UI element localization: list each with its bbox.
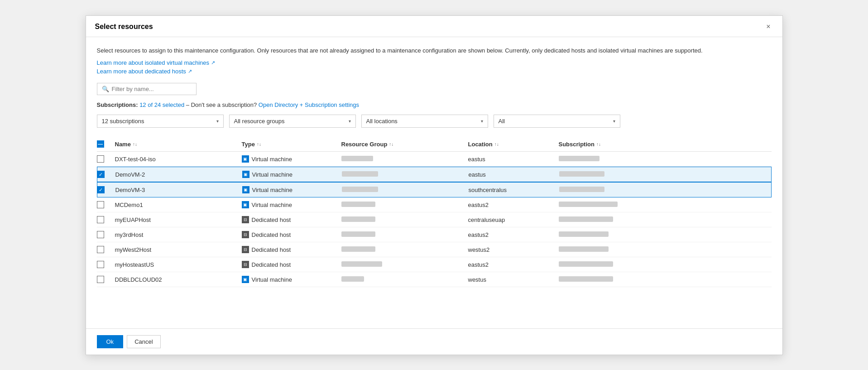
blurred-subscription	[559, 261, 613, 267]
host-icon: ⊟	[242, 261, 249, 268]
row-checkbox-cell	[97, 246, 115, 253]
blurred-subscription	[559, 276, 613, 282]
row-checkbox-6[interactable]	[97, 246, 104, 253]
resource-group-cell	[341, 261, 468, 268]
subscription-cell	[559, 276, 772, 283]
sort-icon-name[interactable]: ↑↓	[133, 142, 137, 147]
row-checkbox-cell: ✓	[97, 171, 115, 178]
isolated-vms-link[interactable]: Learn more about isolated virtual machin…	[97, 59, 772, 66]
subscription-column-header: Subscription ↑↓	[559, 140, 772, 148]
type-label: Dedicated host	[252, 216, 291, 223]
location-text: westus	[468, 276, 559, 283]
type-label: Virtual machine	[252, 187, 293, 193]
row-checkbox-3[interactable]	[97, 201, 104, 208]
row-checkbox-cell	[97, 231, 115, 238]
blurred-subscription	[559, 171, 604, 177]
table-row[interactable]: my3rdHost ⊟ Dedicated host eastus2	[97, 227, 772, 242]
resource-name: DemoVM-2	[115, 171, 242, 178]
blurred-resource-group	[341, 276, 364, 282]
subscriptions-dropdown-label: 12 subscriptions	[102, 118, 144, 125]
type-column-header: Type ↑↓	[242, 140, 341, 148]
table-row[interactable]: myEUAPHost ⊟ Dedicated host centraluseua…	[97, 212, 772, 227]
subscriptions-row: Subscriptions: 12 of 24 selected – Don't…	[97, 101, 772, 108]
subscription-cell	[559, 156, 772, 163]
resource-name: my3rdHost	[115, 231, 242, 238]
sort-icon-location[interactable]: ↑↓	[494, 142, 499, 147]
row-checkbox-1[interactable]: ✓	[97, 171, 105, 178]
vm-icon: ▣	[242, 201, 249, 208]
blurred-subscription	[559, 156, 599, 161]
blurred-subscription	[559, 187, 604, 192]
resource-type: ▣ Virtual machine	[242, 186, 342, 193]
table-row[interactable]: ✓ DemoVM-3 ▣ Virtual machine southcentra…	[97, 182, 772, 197]
row-checkbox-7[interactable]	[97, 261, 104, 268]
dialog-body: Select resources to assign to this maint…	[86, 37, 782, 328]
blurred-subscription	[559, 231, 609, 237]
subscriptions-selected[interactable]: 12 of 24 selected	[139, 101, 184, 108]
location-text: eastus	[468, 156, 559, 163]
cancel-button[interactable]: Cancel	[127, 335, 160, 348]
row-checkbox-cell	[97, 201, 115, 208]
select-all-checkbox[interactable]: —	[97, 140, 104, 148]
table-row[interactable]: DDBLDCLOUD02 ▣ Virtual machine westus	[97, 272, 772, 287]
type-dropdown[interactable]: All ▾	[494, 115, 620, 128]
subscription-cell	[559, 231, 772, 238]
host-icon: ⊟	[242, 246, 249, 253]
dropdowns-row: 12 subscriptions ▾ All resource groups ▾…	[97, 115, 772, 128]
type-label: Virtual machine	[252, 202, 292, 208]
resource-group-cell	[342, 187, 469, 193]
vm-icon: ▣	[242, 155, 249, 163]
sort-icon-subscription[interactable]: ↑↓	[596, 142, 601, 147]
row-checkbox-8[interactable]	[97, 276, 104, 283]
table-row[interactable]: DXT-test-04-iso ▣ Virtual machine eastus	[97, 152, 772, 167]
table-row[interactable]: myHosteastUS ⊟ Dedicated host eastus2	[97, 257, 772, 272]
row-checkbox-4[interactable]	[97, 216, 104, 223]
subscription-cell	[559, 187, 771, 193]
sort-icon-rg[interactable]: ↑↓	[389, 142, 393, 147]
table-row[interactable]: myWest2Host ⊟ Dedicated host westus2	[97, 242, 772, 257]
blurred-resource-group	[342, 187, 378, 192]
table-row[interactable]: ✓ DemoVM-2 ▣ Virtual machine eastus	[97, 167, 772, 182]
checkmark-icon: —	[98, 141, 103, 147]
host-icon: ⊟	[242, 231, 249, 238]
locations-dropdown-label: All locations	[366, 118, 398, 125]
row-checkbox-0[interactable]	[97, 155, 104, 163]
blurred-resource-group	[342, 171, 378, 177]
description-text: Select resources to assign to this maint…	[97, 46, 772, 55]
location-text: eastus	[469, 171, 559, 178]
resource-groups-dropdown[interactable]: All resource groups ▾	[229, 115, 356, 128]
filter-input[interactable]	[112, 86, 192, 92]
subscriptions-label: Subscriptions:	[97, 101, 138, 108]
search-icon: 🔍	[102, 86, 109, 92]
filter-row: 🔍	[97, 83, 772, 95]
resource-groups-dropdown-label: All resource groups	[234, 118, 285, 125]
type-label: Virtual machine	[252, 171, 293, 178]
resource-type: ⊟ Dedicated host	[242, 261, 341, 268]
resource-group-cell	[342, 171, 469, 178]
table-row[interactable]: MCDemo1 ▣ Virtual machine eastus2	[97, 197, 772, 212]
dedicated-hosts-link[interactable]: Learn more about dedicated hosts ↗	[97, 68, 772, 75]
resource-type: ▣ Virtual machine	[242, 171, 342, 178]
blurred-subscription	[559, 216, 613, 222]
help-links: Learn more about isolated virtual machin…	[97, 59, 772, 75]
checkmark-icon: ✓	[99, 187, 103, 193]
vm-icon: ▣	[242, 276, 249, 283]
resources-table: — Name ↑↓ Type ↑↓ Resource Group ↑↓ Loca…	[97, 137, 772, 287]
close-button[interactable]: ×	[763, 22, 773, 31]
locations-dropdown[interactable]: All locations ▾	[361, 115, 488, 128]
row-checkbox-2[interactable]: ✓	[97, 186, 105, 193]
row-checkbox-5[interactable]	[97, 231, 104, 238]
resource-name: myHosteastUS	[115, 261, 242, 268]
sort-icon-type[interactable]: ↑↓	[257, 142, 261, 147]
resource-type: ▣ Virtual machine	[242, 201, 341, 208]
open-directory-link[interactable]: Open Directory + Subscription settings	[259, 101, 359, 108]
blurred-subscription	[559, 202, 618, 207]
resource-group-cell	[341, 231, 468, 238]
resource-name: MCDemo1	[115, 202, 242, 208]
ok-button[interactable]: Ok	[97, 335, 124, 348]
filter-input-wrapper[interactable]: 🔍	[97, 83, 197, 95]
blurred-resource-group	[341, 246, 375, 252]
subscriptions-dropdown[interactable]: 12 subscriptions ▾	[97, 115, 224, 128]
resource-group-cell	[341, 202, 468, 208]
subscription-cell	[559, 202, 772, 208]
